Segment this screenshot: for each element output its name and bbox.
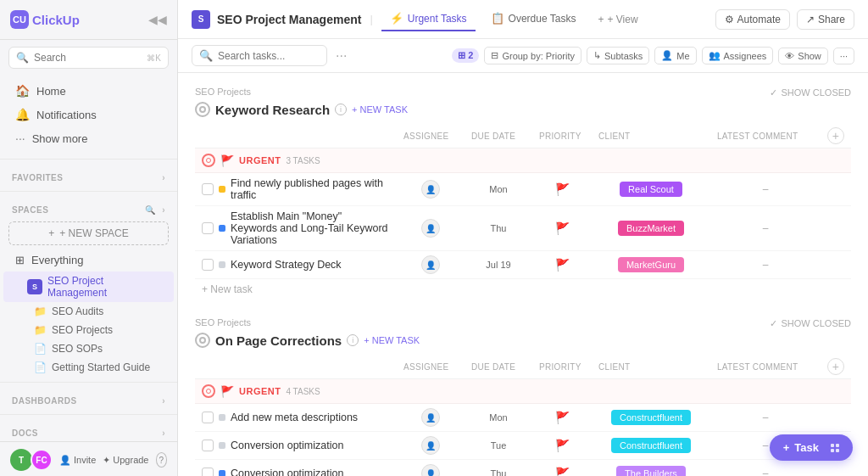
invite-button[interactable]: 👤 Invite: [59, 455, 96, 466]
col-add-header: +: [821, 124, 851, 148]
plus-icon: +: [48, 227, 54, 239]
add-column-button[interactable]: +: [827, 127, 844, 144]
section-collapse-circle-1[interactable]: [195, 102, 210, 117]
due-date: Jul 19: [471, 260, 526, 270]
share-button[interactable]: ↗ Share: [797, 9, 854, 30]
assignee-avatar[interactable]: 👤: [421, 464, 440, 476]
urgent-circle-2: [202, 384, 215, 398]
checkmark-icon: ✓: [770, 318, 777, 329]
search-tasks-input-wrapper[interactable]: 🔍: [192, 45, 327, 66]
sidebar-item-seo-sops[interactable]: 📄 SEO SOPs: [0, 339, 177, 358]
urgent-group-header-1: 🚩 URGENT 3 TASKS: [195, 148, 851, 173]
assignee-avatar[interactable]: 👤: [421, 180, 440, 199]
client-badge: Constructfluent: [611, 438, 691, 453]
priority-flag: 🚩: [539, 221, 585, 235]
new-task-link-2[interactable]: + NEW TASK: [364, 335, 420, 345]
due-date: Thu: [471, 223, 526, 233]
bell-icon: 🔔: [15, 108, 30, 121]
favorites-chevron[interactable]: ›: [162, 173, 165, 182]
task-name: Conversion optimization: [202, 440, 390, 451]
show-closed-button-2[interactable]: ✓ SHOW CLOSED: [770, 318, 851, 329]
doc-icon: 📄: [34, 343, 47, 355]
topbar-right: ⚙ Automate ↗ Share: [715, 9, 854, 30]
new-task-link-1[interactable]: + NEW TASK: [352, 104, 408, 115]
info-icon-2[interactable]: i: [347, 334, 359, 346]
search-tasks-input[interactable]: [218, 50, 320, 62]
doc-icon: 📄: [34, 361, 47, 373]
add-column-button-2[interactable]: +: [827, 358, 844, 375]
content-area: SEO Projects ✓ SHOW CLOSED Keyword Resea…: [178, 73, 868, 476]
col-comment-header: LATEST COMMENT: [710, 124, 821, 148]
tab-urgent-tasks[interactable]: ⚡ Urgent Tasks: [381, 7, 476, 31]
docs-section: DOCS ›: [0, 420, 177, 441]
add-task-button[interactable]: + New task: [202, 283, 844, 295]
col-comment-header: LATEST COMMENT: [710, 355, 821, 379]
due-date: Tue: [471, 440, 526, 451]
more-filters-button[interactable]: ···: [336, 48, 347, 64]
collapse-sidebar-button[interactable]: ◀◀: [148, 13, 167, 26]
info-icon-1[interactable]: i: [335, 104, 347, 115]
star-icon: ✦: [103, 455, 110, 466]
eye-icon: 👁: [785, 51, 794, 61]
sidebar-search[interactable]: 🔍 ⌘K: [8, 47, 169, 69]
section-collapse-circle-2[interactable]: [195, 333, 210, 348]
task-checkbox[interactable]: [202, 412, 214, 423]
sidebar-item-everything[interactable]: ⊞ Everything: [3, 249, 174, 272]
sidebar-item-seo-audits[interactable]: 📁 SEO Audits: [0, 302, 177, 321]
upgrade-button[interactable]: ✦ Upgrade: [103, 455, 148, 466]
client-badge: Constructfluent: [611, 410, 691, 425]
automate-button[interactable]: ⚙ Automate: [715, 9, 790, 30]
col-task-header: [195, 124, 397, 148]
dashboards-chevron[interactable]: ›: [162, 396, 165, 406]
assignee-avatar[interactable]: 👤: [421, 219, 440, 238]
col-assignee-header: ASSIGNEE: [397, 355, 465, 379]
col-client-header: CLIENT: [592, 124, 710, 148]
search-shortcut: ⌘K: [147, 53, 161, 63]
sidebar-search-input[interactable]: [34, 52, 142, 64]
table-row: Add new meta descriptions 👤 Mon 🚩 Constr…: [195, 404, 851, 432]
sidebar-item-seo-project-management[interactable]: S SEO Project Management: [3, 272, 174, 302]
subtasks-button[interactable]: ↳ Subtasks: [587, 47, 649, 64]
sidebar-logo-area: CU ClickUp ◀◀: [0, 0, 177, 40]
sidebar-item-seo-projects[interactable]: 📁 SEO Projects: [0, 321, 177, 339]
assignee-avatar[interactable]: 👤: [421, 255, 440, 274]
dots-icon: ···: [15, 132, 25, 145]
filter-count-badge[interactable]: ⊞ 2: [452, 48, 479, 63]
column-headers-2: ASSIGNEE DUE DATE PRIORITY CLIENT LATEST…: [195, 355, 851, 379]
docs-chevron[interactable]: ›: [162, 428, 165, 438]
tab-overdue-tasks[interactable]: 📋 Overdue Tasks: [482, 7, 585, 31]
task-checkbox[interactable]: [202, 222, 214, 234]
show-button[interactable]: 👁 Show: [778, 48, 828, 64]
spaces-search-icon[interactable]: 🔍: [145, 205, 156, 215]
add-view-button[interactable]: + + View: [591, 10, 644, 29]
task-checkbox[interactable]: [202, 468, 214, 476]
assignee-avatar[interactable]: 👤: [421, 408, 440, 427]
table-row: Conversion optimization 👤 Thu 🚩 The Buil…: [195, 460, 851, 477]
fab-grid-icon: [831, 444, 839, 452]
add-task-row: + New task: [195, 279, 851, 305]
sidebar-item-notifications[interactable]: 🔔 Notifications: [3, 103, 174, 126]
task-checkbox[interactable]: [202, 440, 214, 451]
help-button[interactable]: ?: [156, 452, 168, 468]
sidebar-item-getting-started[interactable]: 📄 Getting Started Guide: [0, 358, 177, 377]
task-checkbox[interactable]: [202, 259, 214, 271]
new-space-button[interactable]: + + NEW SPACE: [8, 221, 169, 245]
latest-comment: –: [717, 259, 814, 271]
sidebar-nav: 🏠 Home 🔔 Notifications ··· Show more: [0, 76, 177, 154]
spaces-chevron[interactable]: ›: [162, 205, 165, 215]
col-priority-header: PRIORITY: [532, 124, 592, 148]
sidebar-item-home[interactable]: 🏠 Home: [3, 79, 174, 103]
home-icon: 🏠: [15, 84, 30, 98]
task-checkbox[interactable]: [202, 183, 214, 195]
table-row: Establish Main "Money" Keywords and Long…: [195, 206, 851, 251]
client-badge: Real Scout: [620, 182, 682, 197]
sidebar-item-show-more[interactable]: ··· Show more: [3, 126, 174, 150]
assignee-avatar[interactable]: 👤: [421, 436, 440, 455]
assignees-button[interactable]: 👥 Assignees: [702, 47, 774, 64]
show-closed-button-1[interactable]: ✓ SHOW CLOSED: [770, 87, 851, 98]
task-table-1: ASSIGNEE DUE DATE PRIORITY CLIENT LATEST…: [195, 124, 851, 304]
me-button[interactable]: 👤 Me: [654, 47, 696, 64]
more-options-button[interactable]: ···: [833, 48, 854, 64]
group-by-button[interactable]: ⊟ Group by: Priority: [484, 47, 581, 64]
new-task-fab[interactable]: + Task: [770, 434, 853, 461]
